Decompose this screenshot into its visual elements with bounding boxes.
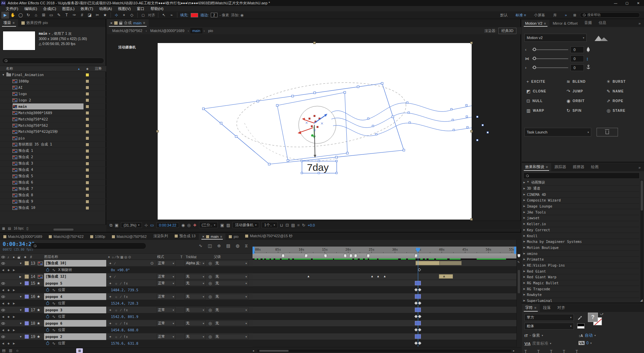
property-value[interactable]: 0x +90.0°: [111, 267, 130, 273]
slider-value-input[interactable]: 0: [571, 55, 584, 62]
panel-menu-icon[interactable]: ≡: [13, 21, 15, 25]
stroke-label[interactable]: 描边:: [200, 13, 209, 18]
slider-mode-icon[interactable]: ‹: [525, 47, 530, 52]
motion-button-blend[interactable]: ≋BLEND: [567, 79, 586, 84]
project-item-预合成 9[interactable]: 预合成 9: [0, 199, 106, 205]
help-search-input[interactable]: 搜索帮助: [580, 12, 640, 18]
eye-toggle[interactable]: [1, 333, 5, 340]
label-chip[interactable]: [86, 143, 89, 146]
expand-arrow-icon[interactable]: ▶: [523, 282, 525, 284]
axis-mode-icon[interactable]: ⌖: [120, 12, 128, 19]
keyframe-nav[interactable]: ◀ ◆ ▶: [2, 313, 16, 320]
project-hscrollbar[interactable]: [53, 229, 73, 231]
label-chip[interactable]: [86, 200, 89, 204]
pickwhip-icon[interactable]: ◎: [208, 293, 212, 300]
keyframe-diamond[interactable]: [415, 328, 418, 332]
expand-arrow-icon[interactable]: ▶: [523, 276, 525, 278]
layer-name[interactable]: [预合成 12]: [44, 273, 106, 280]
breadcrumb-main[interactable]: main: [190, 28, 202, 33]
effects-search-input[interactable]: [523, 172, 640, 179]
kerning-value[interactable]: 度量标准: [532, 341, 548, 346]
font-size-caret-icon[interactable]: ▾: [542, 334, 543, 337]
breadcrumb-MatchU@3000*1689[interactable]: MatchU@3000*1689: [148, 28, 186, 33]
expand-arrow-icon[interactable]: ▶: [523, 211, 525, 214]
menu-item-编辑(E)[interactable]: 编辑(E): [21, 6, 40, 11]
effect-category-RG Magic Bullet[interactable]: ▶RG Magic Bullet: [522, 280, 639, 286]
comp-marker[interactable]: [354, 254, 357, 258]
motion-button-null[interactable]: ⊡NULL: [526, 98, 543, 103]
keyframe-diamond[interactable]: [415, 288, 418, 292]
project-item-预合成 8[interactable]: 预合成 8: [0, 192, 106, 199]
path-vertex[interactable]: [482, 124, 484, 126]
comp-handle[interactable]: [156, 130, 159, 132]
graph-icon[interactable]: ∿: [52, 313, 55, 320]
view-start-handle[interactable]: [253, 247, 255, 254]
stopwatch-icon[interactable]: [46, 340, 49, 347]
tracking-caret-icon[interactable]: ▾: [590, 342, 592, 345]
expand-arrow-icon[interactable]: ▶: [523, 240, 525, 243]
panel-menu-icon[interactable]: ≡: [546, 165, 548, 169]
project-item-logo 2[interactable]: logo 2: [0, 97, 106, 103]
property-row-位置[interactable]: ◀ ◆ ▶∿位置1484.2, 739.5: [0, 287, 253, 293]
graph-icon[interactable]: ∿: [52, 300, 55, 307]
timeline-tab-pio[interactable]: pio: [225, 234, 242, 240]
label-chip[interactable]: [86, 130, 89, 134]
expand-arrow[interactable]: ▼: [19, 333, 23, 340]
menu-item-帮助(H)[interactable]: 帮助(H): [147, 6, 166, 11]
property-name[interactable]: 位置: [58, 327, 65, 333]
project-item-MatchU@3000*1689[interactable]: MatchU@3000*1689: [0, 110, 106, 116]
column-comment[interactable]: 注释: [95, 66, 102, 71]
eye-toggle[interactable]: [1, 293, 5, 300]
property-name[interactable]: 位置: [58, 287, 65, 293]
effect-category-JAe Tools[interactable]: ▶JAe Tools: [522, 209, 639, 215]
effect-category-CINEMA 4D[interactable]: ▶CINEMA 4D: [522, 192, 639, 198]
layer-switches[interactable]: ✦ ☼ ∕ fx: [109, 307, 129, 313]
label-chip[interactable]: [86, 136, 89, 140]
keyframe-diamond[interactable]: [418, 315, 422, 318]
mode-dropdown[interactable]: 正常▾: [156, 281, 176, 286]
effect-category-* 动画预设[interactable]: ▶* 动画预设: [522, 180, 639, 186]
track-vscrollbar[interactable]: [518, 270, 520, 293]
graph-icon[interactable]: ∿: [52, 327, 55, 333]
ruler-grid-icon[interactable]: ⊹: [144, 223, 148, 228]
layer-name[interactable]: [预合成 10]: [44, 260, 106, 267]
label-column-icon[interactable]: ◆: [86, 67, 89, 70]
trkmat-dropdown[interactable]: 无▾: [184, 274, 206, 279]
property-value[interactable]: 1542.0, 801.9: [111, 313, 138, 320]
layer-label-chip[interactable]: [25, 261, 29, 265]
comp-marker[interactable]: [324, 254, 327, 258]
more-tabs-icon[interactable]: »: [635, 20, 644, 27]
workspace-小屏幕[interactable]: 小屏幕: [530, 13, 549, 18]
label-chip[interactable]: [86, 149, 89, 153]
expand-arrow-icon[interactable]: ▶: [523, 229, 525, 231]
comp-handle[interactable]: [470, 42, 473, 44]
layer-name[interactable]: popopo 5: [44, 280, 106, 287]
mode-dropdown[interactable]: 正常▾: [156, 334, 176, 339]
layer-row-popopo 4[interactable]: ▼16★popopo 4✦ ☼ ∕ fx正常▾无▾◎无▾: [0, 293, 253, 300]
label-chip[interactable]: [86, 187, 89, 191]
comp-handle[interactable]: [470, 130, 473, 132]
snap-icon[interactable]: ⌁: [168, 12, 175, 19]
flowchart-icon[interactable]: ⌗: [297, 223, 300, 228]
column-name[interactable]: 名称: [6, 66, 13, 71]
motion-button-burst[interactable]: ✳BURST: [607, 79, 626, 84]
trkmat-dropdown[interactable]: 无▾: [184, 294, 206, 299]
effect-category-RE:Vision Plug-ins[interactable]: ▶RE:Vision Plug-ins: [522, 263, 639, 269]
slider-mode-icon[interactable]: ⋈: [525, 56, 530, 61]
font-size-value[interactable]: - 像素: [529, 333, 540, 338]
expand-arrow-icon[interactable]: ▶: [523, 264, 525, 267]
project-item-MatchU@750*422@15秒[interactable]: MatchU@750*422@15秒: [0, 129, 106, 135]
label-chip[interactable]: [86, 73, 89, 77]
layer-row-popopo 3[interactable]: ▼17★popopo 3✦ ☼ ∕ fx正常▾无▾◎无▾: [0, 307, 253, 313]
pen-tool-icon[interactable]: ✎: [55, 12, 63, 19]
timeline-search-input[interactable]: [31, 243, 146, 249]
timeline-toggle-icon[interactable]: ∿: [199, 243, 202, 249]
graph-icon[interactable]: ∿: [52, 340, 55, 347]
tab-Motion V2[interactable]: Motion V2≡: [522, 20, 549, 27]
expand-arrow-icon[interactable]: ▶: [523, 217, 525, 219]
fill-swatch[interactable]: [191, 13, 198, 17]
tab-音频[interactable]: 音频: [581, 19, 595, 27]
menu-item-视图(V)[interactable]: 视图(V): [115, 6, 134, 11]
layer-track-[预合成 12][interactable]: ▲▲▲▲▲: [253, 273, 516, 280]
effect-category-Motion Boutique[interactable]: ▶Motion Boutique: [522, 245, 639, 251]
